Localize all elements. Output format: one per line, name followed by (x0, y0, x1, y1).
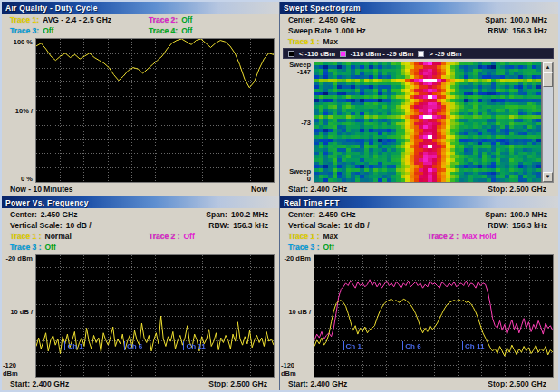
sweep-bottom-group: Sweep 0 (289, 168, 311, 183)
sweep-top-group: Sweep -147 (289, 62, 311, 76)
field-row: Vertical Scale: 10 dB / RBW: 156.3 kHz (280, 220, 558, 231)
legend-label-range: -116 dBm - -29 dBm (351, 50, 414, 58)
trace1-info: Trace 1 : Max (280, 37, 420, 46)
trace3-info: Trace 3: Off (2, 26, 140, 35)
sweep-mid-value: -73 (301, 119, 311, 127)
stop-freq-label: Stop: 2.500 GHz (488, 185, 546, 194)
y-label-bottom: -120 dBm (3, 361, 33, 378)
power-vs-frequency-plot: Ch 1Ch 6Ch 11 (35, 254, 275, 378)
spectrum-analyzer-window: Air Quality - Duty Cycle Trace 1: AVG - … (0, 0, 560, 392)
spectrogram-x-axis: Start: 2.400 GHz Stop: 2.500 GHz (281, 183, 554, 195)
spectrogram-chart-block: Sweep -147 -73 Sweep 0 ▲ ▼ Start: 2.400 … (280, 60, 558, 196)
panel-power-vs-frequency: Power Vs. Frequency Center: 2.450 GHz Sp… (2, 196, 279, 390)
sweep-rate-field: Sweep Rate 1.000 Hz (280, 26, 420, 35)
fft-trace-canvas (314, 255, 553, 377)
rbw-field: RBW: 156.3 kHz (420, 26, 559, 35)
trace2-label: Trace 2 : (149, 232, 180, 241)
panel-real-time-fft: Real Time FFT Center: 2.450 GHz Span: 10… (280, 196, 558, 390)
vertical-scale-field: Vertical Scale: 10 dB / (280, 221, 420, 230)
air-quality-header: Trace 1: AVG - 2.4 - 2.5 GHz Trace 2: Of… (2, 14, 279, 36)
real-time-fft-title: Real Time FFT (284, 198, 340, 207)
span-field: Span: 100.0 MHz (420, 210, 559, 219)
trace2-label: Trace 2 : (428, 232, 459, 241)
trace2-label: Trace 2: (149, 15, 178, 24)
trace1-label: Trace 1 : (288, 37, 320, 46)
trace3-label: Trace 3 : (10, 243, 42, 252)
trace-row: Trace 1 : Max (280, 36, 558, 47)
field-row: Center: 2.450 GHz Span: 100.0 MHz (280, 209, 558, 220)
real-time-fft-titlebar[interactable]: Real Time FFT (280, 196, 558, 208)
real-time-fft-chart-block: -20 dBm 10 dB / -120 dBm Ch 1Ch 6Ch 11 S… (280, 253, 558, 390)
x-label-left: Now - 10 Minutes (10, 185, 72, 194)
span-field: Span: 100.2 MHz (140, 210, 279, 219)
start-freq-label: Start: 2.400 GHz (10, 379, 69, 388)
duty-cycle-y-axis: 100 % 10% / 0 % (3, 38, 35, 183)
legend-swatch-under (288, 51, 294, 57)
trace3-label: Trace 3: (10, 26, 39, 35)
legend-label-under: < -116 dBm (299, 50, 335, 58)
y-label-scale: 10 dB / (288, 308, 311, 316)
rbw-field: RBW: 156.3 kHz (140, 221, 279, 230)
y-label-bottom: -120 dBm (281, 361, 311, 378)
spectrogram-scrollbar[interactable]: ▲ ▼ (542, 62, 554, 183)
spectrogram-waterfall-canvas (314, 62, 541, 182)
fft-x-axis: Start: 2.400 GHz Stop: 2.500 GHz (281, 378, 554, 389)
trace2-value: Max Hold (462, 232, 497, 241)
fft-y-axis: -20 dBm 10 dB / -120 dBm (281, 254, 314, 378)
y-label-scale: 10 dB / (10, 308, 33, 316)
trace-row: Trace 1: AVG - 2.4 - 2.5 GHz Trace 2: Of… (2, 14, 279, 25)
start-freq-label: Start: 2.400 GHz (288, 379, 347, 388)
trace3-value: Off (323, 243, 334, 252)
duty-cycle-x-axis: Now - 10 Minutes Now (3, 183, 275, 195)
duty-cycle-trace-canvas (36, 39, 274, 182)
scrollbar-track[interactable] (543, 87, 553, 172)
trace1-value: Max (323, 232, 339, 241)
trace4-info: Trace 4: Off (140, 26, 279, 35)
trace1-value: AVG - 2.4 - 2.5 GHz (43, 15, 111, 24)
center-field: Center: 2.450 GHz (280, 210, 420, 219)
spectrogram-titlebar[interactable]: Swept Spectrogram (280, 2, 558, 14)
trace1-value: Normal (45, 232, 72, 241)
y-label-top: 100 % (14, 38, 33, 46)
trace1-label: Trace 1 : (10, 232, 42, 241)
field-row: Vertical Scale: 10 dB / RBW: 156.3 kHz (2, 220, 279, 231)
trace1-info: Trace 1 : Max (280, 232, 420, 241)
x-label-right: Now (251, 185, 267, 194)
trace2-value: Off (181, 15, 192, 24)
power-vs-frequency-titlebar[interactable]: Power Vs. Frequency (2, 196, 279, 208)
legend-swatch-over (418, 51, 424, 57)
scrollbar-thumb[interactable] (543, 72, 553, 87)
air-quality-titlebar[interactable]: Air Quality - Duty Cycle (2, 2, 279, 14)
trace3-info: Trace 3 : Off (280, 243, 420, 252)
power-trace-canvas (36, 255, 274, 377)
spectrogram-y-axis: Sweep -147 -73 Sweep 0 (281, 62, 314, 183)
power-vs-frequency-title: Power Vs. Frequency (5, 198, 89, 207)
trace-row: Trace 1 : Normal Trace 2 : Off (2, 231, 279, 242)
trace1-info: Trace 1 : Normal (2, 232, 140, 241)
power-x-axis: Start: 2.400 GHz Stop: 2.500 GHz (3, 378, 275, 389)
duty-cycle-chart-block: 100 % 10% / 0 % Now - 10 Minutes Now (2, 36, 279, 196)
trace3-info: Trace 3 : Off (2, 243, 140, 252)
center-field: Center: 2.450 GHz (280, 15, 420, 24)
trace2-info: Trace 2 : Max Hold (420, 232, 559, 241)
trace-row: Trace 3 : Off (280, 242, 558, 253)
panel-swept-spectrogram: Swept Spectrogram Center: 2.450 GHz Span… (280, 2, 558, 196)
field-row: Center: 2.450 GHz Span: 100.0 MHz (280, 14, 558, 25)
scroll-up-button[interactable]: ▲ (543, 62, 553, 72)
power-vs-frequency-chart-block: -20 dBm 10 dB / -120 dBm Ch 1Ch 6Ch 11 S… (2, 253, 279, 390)
legend-label-over: > -29 dBm (429, 50, 461, 58)
trace3-value: Off (43, 26, 53, 35)
vertical-scale-field: Vertical Scale: 10 dB / (2, 221, 140, 230)
power-vs-frequency-header: Center: 2.450 GHz Span: 100.2 MHz Vertic… (2, 208, 279, 253)
y-label-scale: 10% / (15, 107, 33, 115)
scroll-down-button[interactable]: ▼ (543, 172, 553, 182)
start-freq-label: Start: 2.400 GHz (288, 185, 347, 194)
trace2-value: Off (184, 232, 195, 241)
trace3-value: Off (45, 243, 56, 252)
legend-swatch-range (340, 51, 346, 57)
trace4-value: Off (181, 26, 192, 35)
trace1-info: Trace 1: AVG - 2.4 - 2.5 GHz (2, 15, 140, 24)
trace-row: Trace 3 : Off (2, 242, 279, 253)
trace3-label: Trace 3 : (288, 243, 320, 252)
y-label-top: -20 dBm (5, 254, 33, 263)
